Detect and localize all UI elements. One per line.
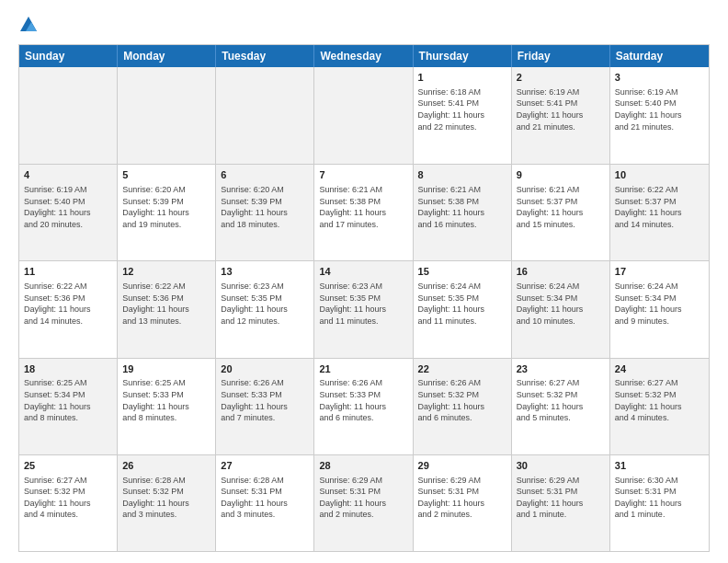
calendar-day-15: 15Sunrise: 6:24 AM Sunset: 5:35 PM Dayli…	[414, 261, 512, 357]
calendar-day-29: 29Sunrise: 6:29 AM Sunset: 5:31 PM Dayli…	[414, 455, 512, 551]
calendar-day-10: 10Sunrise: 6:22 AM Sunset: 5:37 PM Dayli…	[610, 165, 709, 260]
day-info: Sunrise: 6:20 AM Sunset: 5:39 PM Dayligh…	[221, 184, 309, 230]
day-info: Sunrise: 6:26 AM Sunset: 5:33 PM Dayligh…	[221, 377, 309, 423]
calendar-day-25: 25Sunrise: 6:27 AM Sunset: 5:32 PM Dayli…	[19, 455, 118, 551]
day-number: 3	[615, 71, 704, 85]
calendar: SundayMondayTuesdayWednesdayThursdayFrid…	[18, 44, 710, 552]
day-info: Sunrise: 6:29 AM Sunset: 5:31 PM Dayligh…	[517, 475, 605, 521]
day-info: Sunrise: 6:29 AM Sunset: 5:31 PM Dayligh…	[319, 475, 407, 521]
calendar-day-12: 12Sunrise: 6:22 AM Sunset: 5:36 PM Dayli…	[118, 261, 216, 357]
day-info: Sunrise: 6:27 AM Sunset: 5:32 PM Dayligh…	[24, 475, 112, 521]
day-number: 5	[122, 168, 210, 182]
day-info: Sunrise: 6:27 AM Sunset: 5:32 PM Dayligh…	[615, 377, 704, 423]
calendar-empty-cell	[314, 67, 413, 164]
header-day-friday: Friday	[512, 45, 610, 67]
calendar-day-30: 30Sunrise: 6:29 AM Sunset: 5:31 PM Dayli…	[512, 455, 610, 551]
day-info: Sunrise: 6:21 AM Sunset: 5:38 PM Dayligh…	[319, 184, 407, 230]
calendar-day-2: 2Sunrise: 6:19 AM Sunset: 5:41 PM Daylig…	[512, 67, 610, 164]
calendar-day-24: 24Sunrise: 6:27 AM Sunset: 5:32 PM Dayli…	[610, 359, 709, 454]
calendar-day-11: 11Sunrise: 6:22 AM Sunset: 5:36 PM Dayli…	[19, 261, 118, 357]
day-info: Sunrise: 6:24 AM Sunset: 5:34 PM Dayligh…	[615, 281, 704, 327]
calendar-day-8: 8Sunrise: 6:21 AM Sunset: 5:38 PM Daylig…	[414, 165, 512, 260]
day-info: Sunrise: 6:20 AM Sunset: 5:39 PM Dayligh…	[122, 184, 210, 230]
calendar-empty-cell	[118, 67, 216, 164]
calendar-day-20: 20Sunrise: 6:26 AM Sunset: 5:33 PM Dayli…	[216, 359, 314, 454]
day-number: 21	[319, 362, 407, 376]
calendar-week-2: 4Sunrise: 6:19 AM Sunset: 5:40 PM Daylig…	[19, 164, 709, 260]
day-info: Sunrise: 6:22 AM Sunset: 5:36 PM Dayligh…	[122, 281, 210, 327]
day-info: Sunrise: 6:23 AM Sunset: 5:35 PM Dayligh…	[221, 281, 309, 327]
day-number: 2	[517, 71, 605, 85]
page: SundayMondayTuesdayWednesdayThursdayFrid…	[0, 0, 728, 563]
calendar-day-3: 3Sunrise: 6:19 AM Sunset: 5:40 PM Daylig…	[610, 67, 709, 164]
calendar-day-26: 26Sunrise: 6:28 AM Sunset: 5:32 PM Dayli…	[118, 455, 216, 551]
day-info: Sunrise: 6:29 AM Sunset: 5:31 PM Dayligh…	[418, 475, 506, 521]
day-info: Sunrise: 6:19 AM Sunset: 5:40 PM Dayligh…	[24, 184, 112, 230]
day-number: 15	[418, 265, 506, 279]
day-info: Sunrise: 6:18 AM Sunset: 5:41 PM Dayligh…	[418, 86, 506, 132]
calendar-day-19: 19Sunrise: 6:25 AM Sunset: 5:33 PM Dayli…	[118, 359, 216, 454]
day-number: 17	[615, 265, 704, 279]
day-number: 30	[517, 459, 605, 473]
day-number: 19	[122, 362, 210, 376]
day-number: 4	[24, 168, 112, 182]
calendar-day-16: 16Sunrise: 6:24 AM Sunset: 5:34 PM Dayli…	[512, 261, 610, 357]
calendar-day-31: 31Sunrise: 6:30 AM Sunset: 5:31 PM Dayli…	[610, 455, 709, 551]
header-day-tuesday: Tuesday	[216, 45, 314, 67]
day-number: 28	[319, 459, 407, 473]
day-info: Sunrise: 6:25 AM Sunset: 5:34 PM Dayligh…	[24, 377, 112, 423]
calendar-day-18: 18Sunrise: 6:25 AM Sunset: 5:34 PM Dayli…	[19, 359, 118, 454]
day-number: 1	[418, 71, 506, 85]
header-day-thursday: Thursday	[414, 45, 512, 67]
calendar-day-14: 14Sunrise: 6:23 AM Sunset: 5:35 PM Dayli…	[314, 261, 413, 357]
header-day-sunday: Sunday	[19, 45, 118, 67]
day-info: Sunrise: 6:21 AM Sunset: 5:37 PM Dayligh…	[517, 184, 605, 230]
day-number: 18	[24, 362, 112, 376]
calendar-body: 1Sunrise: 6:18 AM Sunset: 5:41 PM Daylig…	[19, 67, 709, 551]
calendar-empty-cell	[216, 67, 314, 164]
calendar-day-9: 9Sunrise: 6:21 AM Sunset: 5:37 PM Daylig…	[512, 165, 610, 260]
day-number: 11	[24, 265, 112, 279]
calendar-day-27: 27Sunrise: 6:28 AM Sunset: 5:31 PM Dayli…	[216, 455, 314, 551]
day-number: 9	[517, 168, 605, 182]
calendar-week-1: 1Sunrise: 6:18 AM Sunset: 5:41 PM Daylig…	[19, 67, 709, 164]
calendar-day-1: 1Sunrise: 6:18 AM Sunset: 5:41 PM Daylig…	[414, 67, 512, 164]
day-number: 12	[122, 265, 210, 279]
day-info: Sunrise: 6:28 AM Sunset: 5:31 PM Dayligh…	[221, 475, 309, 521]
day-number: 24	[615, 362, 704, 376]
day-number: 22	[418, 362, 506, 376]
day-info: Sunrise: 6:26 AM Sunset: 5:32 PM Dayligh…	[418, 377, 506, 423]
day-number: 13	[221, 265, 309, 279]
day-number: 6	[221, 168, 309, 182]
header-day-monday: Monday	[118, 45, 216, 67]
calendar-week-4: 18Sunrise: 6:25 AM Sunset: 5:34 PM Dayli…	[19, 358, 709, 454]
logo	[18, 15, 42, 35]
day-number: 8	[418, 168, 506, 182]
day-number: 31	[615, 459, 704, 473]
calendar-day-7: 7Sunrise: 6:21 AM Sunset: 5:38 PM Daylig…	[314, 165, 413, 260]
day-info: Sunrise: 6:27 AM Sunset: 5:32 PM Dayligh…	[517, 377, 605, 423]
day-info: Sunrise: 6:19 AM Sunset: 5:41 PM Dayligh…	[517, 86, 605, 132]
day-info: Sunrise: 6:22 AM Sunset: 5:36 PM Dayligh…	[24, 281, 112, 327]
day-info: Sunrise: 6:21 AM Sunset: 5:38 PM Dayligh…	[418, 184, 506, 230]
day-info: Sunrise: 6:30 AM Sunset: 5:31 PM Dayligh…	[615, 475, 704, 521]
day-info: Sunrise: 6:26 AM Sunset: 5:33 PM Dayligh…	[319, 377, 407, 423]
day-info: Sunrise: 6:24 AM Sunset: 5:34 PM Dayligh…	[517, 281, 605, 327]
header	[18, 15, 710, 35]
day-number: 23	[517, 362, 605, 376]
calendar-day-13: 13Sunrise: 6:23 AM Sunset: 5:35 PM Dayli…	[216, 261, 314, 357]
calendar-day-17: 17Sunrise: 6:24 AM Sunset: 5:34 PM Dayli…	[610, 261, 709, 357]
day-number: 20	[221, 362, 309, 376]
calendar-week-3: 11Sunrise: 6:22 AM Sunset: 5:36 PM Dayli…	[19, 260, 709, 357]
calendar-day-23: 23Sunrise: 6:27 AM Sunset: 5:32 PM Dayli…	[512, 359, 610, 454]
day-number: 14	[319, 265, 407, 279]
calendar-day-22: 22Sunrise: 6:26 AM Sunset: 5:32 PM Dayli…	[414, 359, 512, 454]
calendar-day-5: 5Sunrise: 6:20 AM Sunset: 5:39 PM Daylig…	[118, 165, 216, 260]
calendar-day-28: 28Sunrise: 6:29 AM Sunset: 5:31 PM Dayli…	[314, 455, 413, 551]
day-info: Sunrise: 6:23 AM Sunset: 5:35 PM Dayligh…	[319, 281, 407, 327]
day-number: 10	[615, 168, 704, 182]
calendar-header: SundayMondayTuesdayWednesdayThursdayFrid…	[19, 45, 709, 67]
day-info: Sunrise: 6:25 AM Sunset: 5:33 PM Dayligh…	[122, 377, 210, 423]
day-info: Sunrise: 6:24 AM Sunset: 5:35 PM Dayligh…	[418, 281, 506, 327]
logo-icon	[18, 15, 39, 35]
